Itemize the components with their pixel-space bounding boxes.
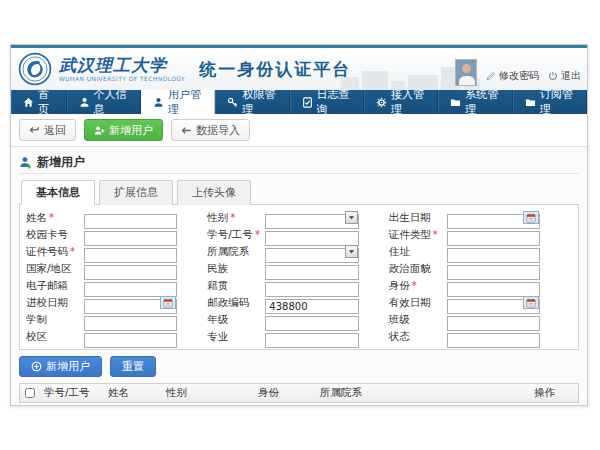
form-field: 校园卡号 <box>26 227 177 242</box>
logout-link[interactable]: 退出 <box>548 69 581 87</box>
platform-title: 统一身份认证平台 <box>199 58 351 81</box>
field-label: 住址 <box>389 245 447 259</box>
basic-info-form: 姓名* 性别* 出生日期 校园卡号 学号/工号* 证件类型* 证件号码* <box>19 205 579 350</box>
content-area: 新增用户 基本信息扩展信息上传头像 姓名* 性别* 出生日期 校园卡号 学号/工… <box>11 147 587 405</box>
field-label: 所属院系 <box>207 245 265 259</box>
field-label: 邮政编码 <box>207 296 265 310</box>
form-field: 学号/工号* <box>207 227 358 242</box>
calendar-icon[interactable] <box>523 211 539 224</box>
required-asterisk: * <box>230 212 235 223</box>
form-field: 班级 <box>389 312 540 327</box>
field-label: 证件类型* <box>389 228 447 242</box>
section-header: 新增用户 <box>19 152 579 174</box>
nav-item-label: 首页 <box>38 87 55 117</box>
tab-1[interactable]: 扩展信息 <box>99 180 173 205</box>
import-icon <box>181 125 192 136</box>
tab-2[interactable]: 上传头像 <box>177 180 251 205</box>
form-field: 姓名* <box>26 210 177 225</box>
tab-0[interactable]: 基本信息 <box>21 180 95 205</box>
nav-item-1[interactable]: 个人信息 <box>67 90 141 114</box>
required-asterisk: * <box>433 229 438 240</box>
form-field: 证件类型* <box>389 227 540 242</box>
form-field: 电子邮箱 <box>26 278 177 293</box>
nav-item-2[interactable]: 用户管理 <box>141 90 215 114</box>
field-label: 专业 <box>207 330 265 344</box>
field-label: 身份* <box>389 279 447 293</box>
form-actions: 新增用户 重置 <box>19 356 579 377</box>
required-asterisk: * <box>255 229 260 240</box>
form-field: 国家/地区 <box>26 261 177 276</box>
data-import-button[interactable]: 数据导入 <box>171 119 250 141</box>
nav-item-6[interactable]: 系统管理 <box>438 90 512 114</box>
nav-item-label: 日志查询 <box>317 87 352 117</box>
reset-label: 重置 <box>122 359 144 374</box>
nav-item-label: 权限管理 <box>242 87 277 117</box>
toolbar: 返回 新增用户 数据导入 <box>11 114 587 147</box>
field-input-23[interactable] <box>447 333 540 348</box>
nav-item-5[interactable]: 接入管理 <box>364 90 438 114</box>
calendar-icon[interactable] <box>160 296 176 309</box>
dropdown-arrow-icon[interactable] <box>345 245 358 258</box>
nav-item-7[interactable]: 订阅管理 <box>513 90 587 114</box>
field-label: 校园卡号 <box>26 228 84 242</box>
form-field: 政治面貌 <box>389 261 540 276</box>
change-password-link[interactable]: 修改密码 <box>486 69 539 87</box>
nav-item-label: 个人信息 <box>94 87 129 117</box>
field-label: 有效日期 <box>389 296 447 310</box>
skyline-decoration <box>362 71 388 90</box>
field-label: 国家/地区 <box>26 262 84 276</box>
field-label: 校区 <box>26 330 84 344</box>
field-label: 学号/工号* <box>207 228 265 242</box>
form-field: 年级 <box>207 312 358 327</box>
field-input-22[interactable] <box>265 333 358 348</box>
back-button[interactable]: 返回 <box>19 119 76 141</box>
folder-icon <box>450 97 461 108</box>
field-label: 姓名* <box>26 211 84 225</box>
user-add-icon <box>94 125 105 136</box>
header: 武汉理工大学 WUHAN UNIVERSITY OF TECHNOLOGY 统一… <box>11 48 587 90</box>
form-field: 性别* <box>207 210 358 225</box>
form-field: 所属院系 <box>207 244 358 259</box>
required-asterisk: * <box>49 212 54 223</box>
calendar-icon[interactable] <box>523 296 539 309</box>
pencil-icon <box>486 71 496 81</box>
gear-icon <box>376 97 387 108</box>
section-title: 新增用户 <box>37 154 85 171</box>
table-header-5: 操作 <box>530 386 578 400</box>
nav-item-label: 订阅管理 <box>540 87 575 117</box>
field-label: 性别* <box>207 211 265 225</box>
section-user-add-icon <box>19 156 32 169</box>
nav-item-0[interactable]: 首页 <box>11 90 67 114</box>
home-icon <box>23 97 34 108</box>
university-name: 武汉理工大学 <box>59 57 185 74</box>
add-user-toolbar-button[interactable]: 新增用户 <box>84 119 163 141</box>
change-password-label: 修改密码 <box>499 69 539 83</box>
form-field: 有效日期 <box>389 295 540 310</box>
add-user-toolbar-label: 新增用户 <box>109 123 153 138</box>
nav-item-4[interactable]: 日志查询 <box>290 90 364 114</box>
submit-add-user-button[interactable]: 新增用户 <box>19 356 102 377</box>
field-label: 状态 <box>389 330 447 344</box>
field-label: 学制 <box>26 313 84 327</box>
field-label: 民族 <box>207 262 265 276</box>
table-header-3: 身份 <box>254 386 316 400</box>
submit-add-user-label: 新增用户 <box>46 359 90 374</box>
table-header-4: 所属院系 <box>316 386 530 400</box>
form-tabs: 基本信息扩展信息上传头像 <box>19 179 579 205</box>
dropdown-arrow-icon[interactable] <box>345 211 358 224</box>
form-field: 证件号码* <box>26 244 177 259</box>
form-field: 住址 <box>389 244 540 259</box>
subscribe-icon <box>525 97 536 108</box>
logout-label: 退出 <box>561 69 581 83</box>
log-icon <box>302 97 313 108</box>
reset-button[interactable]: 重置 <box>110 356 156 377</box>
skyline-decoration <box>341 77 359 90</box>
select-all-checkbox[interactable] <box>25 388 35 398</box>
nav-item-3[interactable]: 权限管理 <box>215 90 289 114</box>
field-label: 班级 <box>389 313 447 327</box>
user-avatar <box>455 59 477 86</box>
profile-icon <box>79 97 90 108</box>
back-icon <box>29 125 40 136</box>
required-asterisk: * <box>70 246 75 257</box>
field-input-21[interactable] <box>84 333 177 348</box>
